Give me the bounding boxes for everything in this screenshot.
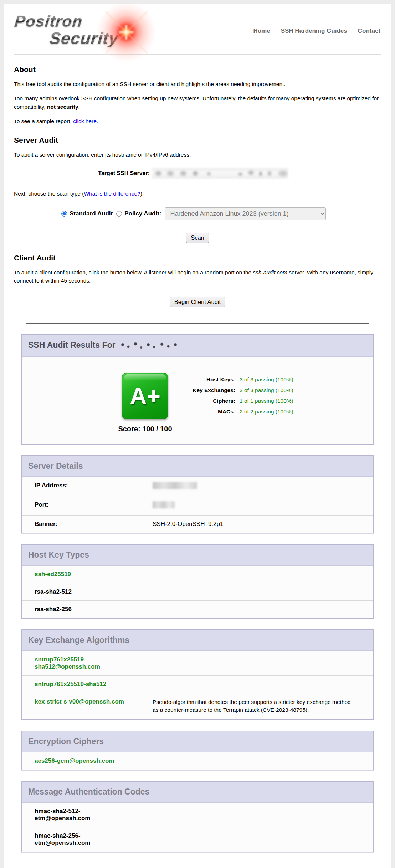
stat-value: 2 of 2 passing (100%)	[240, 408, 293, 415]
stat-value: 3 of 3 passing (100%)	[240, 387, 293, 394]
results-panel-header: SSH Audit Results For	[22, 335, 373, 357]
results-divider	[26, 323, 369, 324]
algorithm-description	[131, 656, 366, 670]
host-key-row: ssh-ed25519	[22, 566, 373, 583]
grade-letter: A+	[130, 384, 160, 408]
scan-button-row: Scan	[14, 233, 381, 243]
cipher-row: aes256-gcm@openssh.com	[22, 752, 373, 770]
about-paragraph-3: To see a sample report, click here.	[14, 117, 381, 125]
target-server-input[interactable]	[152, 168, 288, 179]
mac-row: hmac-sha2-512-etm@openssh.com	[22, 803, 373, 827]
detail-row-port: Port:	[22, 496, 373, 516]
client-audit-text-1: To audit a client configuration, click t…	[14, 269, 253, 275]
stats-column: Host Keys: 3 of 3 passing (100%) Key Exc…	[192, 374, 293, 433]
sample-report-period: .	[97, 118, 98, 124]
redacted-ip-value	[153, 482, 197, 491]
detail-row-ip: IP Address:	[22, 477, 373, 496]
algorithm-name: ssh-ed25519	[22, 571, 131, 578]
algorithm-name: hmac-sha2-256-etm@openssh.com	[22, 832, 131, 847]
sample-report-link[interactable]: click here	[73, 118, 96, 124]
client-audit-section: Client Audit To audit a client configura…	[14, 254, 381, 308]
grade-badge: A+	[122, 373, 168, 419]
encryption-ciphers-panel: Encryption Ciphers aes256-gcm@openssh.co…	[21, 731, 374, 770]
site-header: Positron Security Home SSH Hardening Gui…	[4, 4, 391, 54]
client-audit-title: Client Audit	[14, 254, 381, 262]
server-audit-section: Server Audit To audit a server configura…	[14, 136, 381, 243]
nav-contact[interactable]: Contact	[358, 27, 380, 35]
policy-select[interactable]: Hardened Amazon Linux 2023 (version 1)	[165, 207, 326, 220]
content: About This free tool audits the configur…	[4, 65, 391, 852]
target-server-row: Target SSH Server:	[14, 168, 381, 179]
algorithm-name: sntrup761x25519-sha512	[22, 681, 131, 688]
algorithm-description	[131, 681, 366, 688]
stat-label: Ciphers:	[192, 398, 235, 404]
detail-label: Port:	[22, 501, 153, 510]
server-details-panel: Server Details IP Address: Port: Banner:…	[21, 455, 374, 533]
algorithm-description: Pseudo-algorithm that denotes the peer s…	[131, 698, 366, 714]
nav-ssh-hardening-guides[interactable]: SSH Hardening Guides	[281, 27, 347, 35]
stat-value: 3 of 3 passing (100%)	[240, 376, 293, 383]
scan-type-text: Next, choose the scan type (	[14, 191, 84, 197]
stat-row-host-keys: Host Keys: 3 of 3 passing (100%)	[192, 374, 293, 385]
ssh-audit-domain-italic: ssh-audit.com	[253, 269, 287, 275]
positron-security-logo[interactable]: Positron Security	[14, 8, 164, 52]
algorithm-name: kex-strict-s-v00@openssh.com	[22, 698, 131, 714]
detail-label: Banner:	[22, 521, 153, 528]
algorithm-name: aes256-gcm@openssh.com	[22, 757, 131, 765]
kex-row: sntrup761x25519-sha512	[22, 676, 373, 693]
grade-column: A+ Score: 100 / 100	[98, 373, 192, 433]
server-audit-title: Server Audit	[14, 136, 381, 144]
main-nav: Home SSH Hardening Guides Contact	[253, 27, 380, 35]
stat-label: Host Keys:	[192, 376, 235, 383]
about-title: About	[14, 65, 381, 74]
stat-row-key-exchanges: Key Exchanges: 3 of 3 passing (100%)	[192, 385, 293, 396]
about-p2-period: .	[78, 104, 80, 110]
nav-home[interactable]: Home	[253, 27, 270, 35]
logo-text-security: Security	[49, 30, 119, 47]
scan-type-paragraph: Next, choose the scan type (What is the …	[14, 189, 381, 198]
stat-label: Key Exchanges:	[192, 387, 235, 394]
begin-client-audit-row: Begin Client Audit	[14, 297, 381, 307]
begin-client-audit-button[interactable]: Begin Client Audit	[170, 297, 225, 307]
server-audit-intro: To audit a server configuration, enter i…	[14, 151, 381, 159]
target-server-label: Target SSH Server:	[14, 170, 152, 177]
kex-row: sntrup761x25519-sha512@openssh.com	[22, 651, 373, 676]
host-key-types-panel: Host Key Types ssh-ed25519 rsa-sha2-512 …	[21, 544, 374, 619]
scan-type-text-end: ):	[140, 191, 144, 197]
ssh-audit-results-panel: SSH Audit Results For A+ Score: 100 / 10…	[21, 334, 374, 445]
server-details-header: Server Details	[22, 456, 373, 477]
redacted-hostname	[120, 340, 180, 351]
algorithm-name: sntrup761x25519-sha512@openssh.com	[22, 656, 131, 670]
host-key-types-header: Host Key Types	[22, 545, 373, 566]
policy-audit-radio[interactable]	[116, 211, 122, 217]
mac-header: Message Authentication Codes	[22, 782, 373, 803]
key-exchange-panel: Key Exchange Algorithms sntrup761x25519-…	[21, 629, 374, 720]
policy-audit-label: Policy Audit:	[124, 210, 161, 217]
scan-type-difference-link[interactable]: What is the difference?	[84, 191, 140, 197]
kex-row: kex-strict-s-v00@openssh.com Pseudo-algo…	[22, 693, 373, 719]
about-paragraph-1: This free tool audits the configuration …	[14, 80, 381, 88]
about-paragraph-2: Too many admins overlook SSH configurati…	[14, 94, 381, 111]
client-audit-paragraph: To audit a client configuration, click t…	[14, 268, 381, 285]
about-section: About This free tool audits the configur…	[14, 65, 381, 125]
algorithm-name: rsa-sha2-256	[22, 606, 131, 613]
results-panel-title: SSH Audit Results For	[28, 340, 116, 350]
results-body: A+ Score: 100 / 100 Host Keys: 3 of 3 pa…	[22, 357, 373, 444]
sample-report-text: To see a sample report,	[14, 118, 73, 124]
encryption-ciphers-header: Encryption Ciphers	[22, 731, 373, 752]
redaction-blur	[153, 482, 197, 489]
detail-label: IP Address:	[22, 482, 153, 491]
algorithm-name: hmac-sha2-512-etm@openssh.com	[22, 808, 131, 822]
host-key-row: rsa-sha2-512	[22, 583, 373, 601]
key-exchange-header: Key Exchange Algorithms	[22, 630, 373, 651]
banner-value: SSH-2.0-OpenSSH_9.2p1	[153, 521, 223, 528]
standard-audit-radio[interactable]	[61, 211, 67, 217]
stat-row-macs: MACs: 2 of 2 passing (100%)	[192, 406, 293, 417]
page: Positron Security Home SSH Hardening Gui…	[0, 0, 395, 868]
standard-audit-label: Standard Audit	[70, 210, 113, 217]
stat-value: 1 of 1 passing (100%)	[240, 398, 293, 404]
main-content-card: Positron Security Home SSH Hardening Gui…	[4, 4, 391, 868]
host-key-row: rsa-sha2-256	[22, 601, 373, 618]
mac-panel: Message Authentication Codes hmac-sha2-5…	[21, 781, 374, 852]
scan-button[interactable]: Scan	[186, 233, 209, 243]
